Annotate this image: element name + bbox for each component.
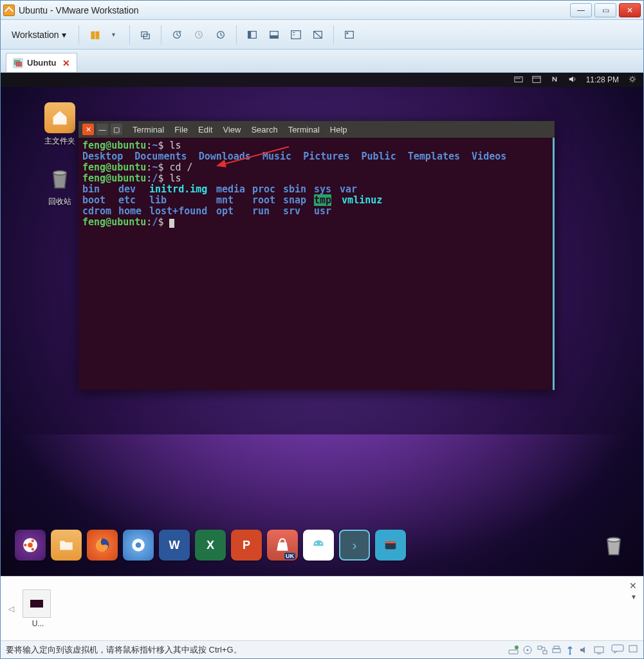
svg-rect-43 [538, 646, 542, 649]
thumbnail-bar-close[interactable]: ✕ [629, 580, 637, 591]
dock-terminal-active[interactable]: › [339, 530, 370, 561]
thumbnail-bar-button[interactable] [340, 26, 358, 44]
network-icon[interactable] [550, 75, 559, 86]
vmware-icon [3, 5, 15, 16]
terminal-window[interactable]: ✕ — ▢ Terminal File Edit View Search Ter… [78, 121, 555, 390]
prompt-user: feng@ubuntu [82, 216, 146, 228]
svg-rect-9 [291, 30, 300, 39]
svg-rect-15 [16, 62, 21, 66]
status-message-icon[interactable] [611, 644, 624, 656]
separator [161, 25, 161, 44]
svg-rect-17 [515, 78, 517, 79]
ls-item: opt [216, 206, 252, 217]
status-disk-icon[interactable] [508, 645, 520, 655]
snapshot-manager-button[interactable] [212, 26, 230, 44]
tab-close-icon[interactable]: ✕ [62, 58, 70, 68]
status-printer-icon[interactable] [551, 645, 562, 655]
ls-item: vmlinuz [342, 194, 382, 206]
thumbnail-label: U... [23, 619, 53, 628]
dock-shopping[interactable]: UK [267, 530, 298, 561]
terminal-menu-item[interactable]: Edit [194, 124, 216, 136]
dock-files[interactable] [51, 530, 82, 561]
svg-rect-6 [248, 31, 251, 38]
terminal-minimize-button[interactable]: — [97, 124, 108, 135]
status-usb-icon[interactable] [565, 645, 576, 655]
prompt-user: feng@ubuntu [82, 162, 146, 173]
dock-word[interactable]: W [159, 530, 190, 561]
stretch-button[interactable] [309, 26, 327, 44]
status-bar: 要将输入定向到该虚拟机，请将鼠标指针移入其中或按 Ctrl+G。 [1, 640, 643, 658]
terminal-cursor [169, 219, 174, 228]
svg-point-29 [32, 539, 34, 542]
dock-app[interactable] [375, 530, 406, 561]
status-cd-icon[interactable] [522, 645, 534, 655]
vm-thumbnail[interactable]: U... [23, 589, 53, 628]
terminal-menu-item[interactable]: Help [326, 124, 351, 136]
ls-item: Documents [134, 151, 187, 162]
ls-item: sbin [283, 184, 314, 195]
terminal-menubar: Terminal File Edit View Search Terminal … [129, 124, 351, 136]
vmware-window: Ubuntu - VMware Workstation — ▭ ✕ Workst… [0, 0, 644, 659]
svg-rect-12 [345, 31, 353, 38]
dock-excel[interactable]: X [195, 530, 226, 561]
desktop-icon-trash[interactable]: 回收站 [39, 163, 80, 207]
vm-viewport[interactable]: 11:28 PM 主文件夹 回收站 ✕ — ▢ Terminal File [1, 73, 643, 576]
svg-rect-48 [594, 647, 603, 653]
svg-point-30 [32, 548, 34, 550]
ubuntu-dock: W X P UK › [11, 526, 633, 564]
terminal-menu-item[interactable]: View [219, 124, 244, 136]
status-network-icon[interactable] [537, 645, 548, 655]
ls-item: media [216, 184, 252, 195]
terminal-close-button[interactable]: ✕ [82, 124, 94, 135]
svg-point-38 [607, 537, 620, 542]
snapshot-button[interactable] [136, 26, 154, 44]
dock-chromium[interactable] [123, 530, 154, 561]
dock-show-apps[interactable] [15, 530, 46, 561]
terminal-menu-item[interactable]: Terminal [129, 124, 168, 136]
svg-point-35 [320, 543, 322, 544]
unity-button[interactable] [287, 26, 305, 44]
take-snapshot-button[interactable] [168, 26, 186, 44]
volume-icon[interactable] [568, 75, 577, 86]
dock-firefox[interactable] [87, 530, 118, 561]
revert-snapshot-button[interactable] [190, 26, 208, 44]
status-sound-icon[interactable] [579, 645, 591, 655]
status-expand-icon[interactable] [628, 644, 638, 656]
calendar-icon[interactable] [532, 75, 541, 86]
vm-tab-ubuntu[interactable]: Ubuntu ✕ [6, 53, 77, 72]
fullscreen-button[interactable] [265, 26, 283, 44]
clock[interactable]: 11:28 PM [586, 75, 619, 84]
workstation-menu[interactable]: Workstation ▾ [6, 26, 72, 43]
terminal-titlebar: ✕ — ▢ Terminal File Edit View Search Ter… [78, 121, 555, 138]
close-button[interactable]: ✕ [619, 3, 641, 17]
desktop-icon-home[interactable]: 主文件夹 [39, 102, 80, 147]
svg-point-40 [515, 645, 519, 649]
terminal-body[interactable]: feng@ubuntu:~$ ls Desktop Documents Down… [78, 138, 555, 390]
pause-button[interactable]: ▮▮ [86, 26, 104, 44]
show-console-button[interactable] [243, 26, 261, 44]
thumbnail-bar-dropdown[interactable]: ▼ [630, 593, 637, 600]
dock-android[interactable] [303, 530, 334, 561]
terminal-menu-item[interactable]: File [170, 124, 192, 136]
power-dropdown[interactable]: ▼ [105, 26, 123, 44]
ls-item: Videos [472, 151, 506, 162]
keyboard-icon[interactable] [514, 75, 523, 86]
thumb-nav-left[interactable]: ◁ [6, 589, 16, 628]
minimize-button[interactable]: — [570, 3, 592, 17]
maximize-button[interactable]: ▭ [594, 3, 616, 17]
svg-point-22 [630, 77, 634, 80]
desktop-icon-label: 回收站 [39, 196, 80, 207]
terminal-maximize-button[interactable]: ▢ [111, 124, 122, 135]
dock-powerpoint[interactable]: P [231, 530, 262, 561]
ls-item: mnt [216, 195, 252, 206]
trash-icon [44, 163, 75, 194]
ls-item: usr [314, 205, 331, 217]
ls-item: boot [82, 195, 118, 206]
settings-gear-icon[interactable] [628, 75, 637, 86]
status-display-icon[interactable] [593, 645, 605, 655]
terminal-menu-item[interactable]: Search [247, 124, 281, 136]
ls-item: lib [149, 195, 216, 206]
terminal-menu-item[interactable]: Terminal [284, 124, 324, 136]
dock-trash[interactable] [598, 530, 629, 561]
titlebar: Ubuntu - VMware Workstation — ▭ ✕ [1, 1, 643, 20]
